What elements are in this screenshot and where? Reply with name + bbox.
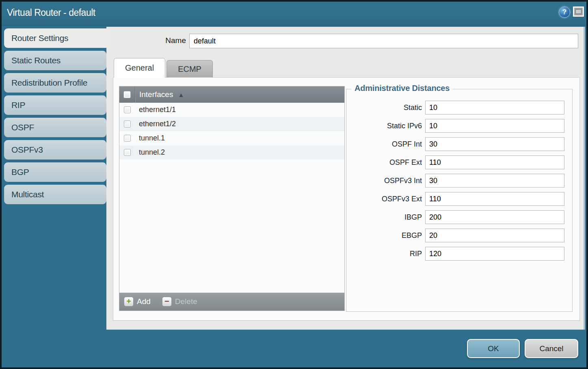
tab-label: General <box>125 63 154 73</box>
field-row-rip: RIP <box>346 247 572 261</box>
field-label: Static IPv6 <box>346 122 425 130</box>
tab-label: ECMP <box>178 65 201 74</box>
administrative-distances-fieldset: Administrative Distances Static Static I… <box>346 89 573 312</box>
sidebar-item-ospf[interactable]: OSPF <box>4 118 106 137</box>
sidebar-item-router-settings[interactable]: Router Settings <box>4 28 108 48</box>
cancel-button[interactable]: Cancel <box>525 339 578 358</box>
field-input[interactable] <box>425 174 564 188</box>
row-checkbox[interactable] <box>124 149 131 156</box>
window-icon[interactable] <box>573 6 584 17</box>
row-checkbox[interactable] <box>124 135 131 142</box>
dialog-titlebar: Virtual Router - default ? <box>0 0 588 26</box>
sidebar-item-label: Multicast <box>11 190 44 199</box>
sidebar-item-redistribution-profile[interactable]: Redistribution Profile <box>4 73 106 93</box>
field-input[interactable] <box>425 229 564 242</box>
interface-row-tunnel-2[interactable]: tunnel.2 <box>119 145 344 160</box>
sidebar-item-label: RIP <box>11 100 25 110</box>
row-checkbox-cell <box>119 145 135 160</box>
name-input[interactable] <box>189 34 578 48</box>
tab-ecmp[interactable]: ECMP <box>166 60 213 78</box>
help-icon[interactable]: ? <box>559 6 570 18</box>
field-input[interactable] <box>425 119 564 133</box>
interfaces-table: Interfaces ▲ ethernet1/1 ethernet1/2 <box>119 86 345 311</box>
dialog-title: Virtual Router - default <box>7 0 95 25</box>
interface-name: ethernet1/2 <box>139 120 176 128</box>
add-button[interactable]: + Add <box>124 297 151 306</box>
select-all-checkbox[interactable] <box>123 91 131 98</box>
field-input[interactable] <box>425 155 564 169</box>
plus-glyph: + <box>126 297 131 305</box>
field-row-ospfv3-ext: OSPFv3 Ext <box>346 192 572 206</box>
table-toolbar: + Add − Delete <box>119 293 344 311</box>
field-input[interactable] <box>425 210 564 224</box>
field-input[interactable] <box>425 101 564 114</box>
interface-name: tunnel.2 <box>139 148 165 157</box>
sidebar-item-label: OSPF <box>11 123 34 132</box>
sidebar-item-label: OSPFv3 <box>11 145 43 154</box>
sidebar-item-label: Router Settings <box>11 33 68 43</box>
sidebar-item-rip[interactable]: RIP <box>4 95 106 115</box>
interface-row-ethernet1-2[interactable]: ethernet1/2 <box>119 117 344 131</box>
field-row-static: Static <box>346 101 572 114</box>
interfaces-rows: ethernet1/1 ethernet1/2 tunnel.1 <box>119 103 344 293</box>
ok-button[interactable]: OK <box>467 339 520 358</box>
sidebar-item-bgp[interactable]: BGP <box>4 162 106 182</box>
sidebar-item-static-routes[interactable]: Static Routes <box>4 51 106 70</box>
tabstrip: General ECMP <box>114 58 213 78</box>
field-row-ebgp: EBGP <box>346 229 572 242</box>
row-checkbox-cell <box>119 103 135 117</box>
admin-distance-fields: Static Static IPv6 OSPF Int OSPF Ext <box>346 89 572 261</box>
row-checkbox-cell <box>119 131 135 145</box>
field-label: Static <box>346 104 425 112</box>
fieldset-legend: Administrative Distances <box>351 84 453 93</box>
row-checkbox[interactable] <box>124 121 131 127</box>
sidebar-item-label: Redistribution Profile <box>11 78 87 87</box>
field-label: OSPF Int <box>346 140 425 149</box>
field-row-static-ipv6: Static IPv6 <box>346 119 572 133</box>
delete-button-label: Delete <box>175 297 197 306</box>
field-label: EBGP <box>346 231 425 240</box>
field-input[interactable] <box>425 137 564 151</box>
name-label: Name <box>141 36 186 45</box>
add-button-label: Add <box>137 297 151 306</box>
interface-name: ethernet1/1 <box>139 106 176 114</box>
interface-row-ethernet1-1[interactable]: ethernet1/1 <box>119 103 344 117</box>
field-row-ibgp: IBGP <box>346 210 572 224</box>
delete-button[interactable]: − Delete <box>162 297 197 306</box>
row-checkbox-cell <box>119 117 135 131</box>
window-icon-inner <box>575 9 582 14</box>
select-all-cell <box>119 86 135 103</box>
field-label: OSPF Ext <box>346 158 425 167</box>
sidebar-nav: Router Settings Static Routes Redistribu… <box>4 28 106 204</box>
sidebar-item-label: BGP <box>11 167 29 177</box>
field-row-ospf-int: OSPF Int <box>346 137 572 151</box>
sidebar-item-ospfv3[interactable]: OSPFv3 <box>4 140 106 160</box>
virtual-router-dialog: Virtual Router - default ? Router Settin… <box>0 0 588 369</box>
interface-row-tunnel-1[interactable]: tunnel.1 <box>119 131 344 145</box>
sidebar-item-multicast[interactable]: Multicast <box>4 185 106 204</box>
field-label: IBGP <box>346 213 425 222</box>
row-checkbox[interactable] <box>124 106 131 113</box>
delete-icon: − <box>162 297 172 306</box>
add-icon: + <box>124 297 134 306</box>
sidebar-item-label: Static Routes <box>11 56 61 65</box>
field-input[interactable] <box>425 192 564 206</box>
field-input[interactable] <box>425 247 564 261</box>
field-row-ospf-ext: OSPF Ext <box>346 155 572 169</box>
column-header-label: Interfaces <box>139 90 173 99</box>
field-label: RIP <box>346 250 425 258</box>
sort-ascending-icon: ▲ <box>178 92 184 98</box>
field-row-ospfv3-int: OSPFv3 Int <box>346 174 572 188</box>
interface-name: tunnel.1 <box>139 134 165 142</box>
tab-general[interactable]: General <box>114 58 165 78</box>
minus-glyph: − <box>164 297 169 305</box>
panel-right-bevel <box>584 27 585 330</box>
field-label: OSPFv3 Ext <box>346 195 425 203</box>
field-label: OSPFv3 Int <box>346 177 425 185</box>
column-header-interfaces[interactable]: Interfaces ▲ <box>119 86 344 103</box>
